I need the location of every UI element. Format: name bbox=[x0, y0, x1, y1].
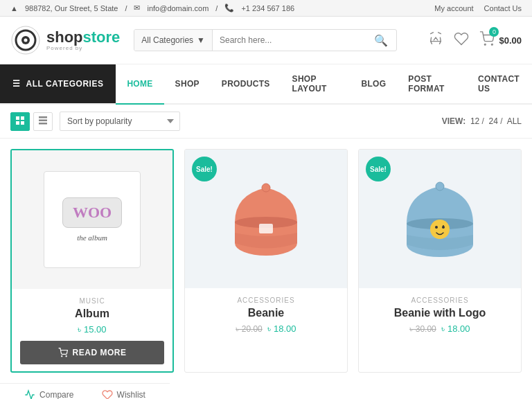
svg-rect-9 bbox=[21, 121, 24, 125]
product-image-beanie: Sale! bbox=[185, 150, 347, 288]
nav-item-shop-layout[interactable]: SHOP LAYOUT bbox=[281, 64, 351, 105]
nav-item-blog[interactable]: BLOG bbox=[350, 64, 397, 105]
product-category-beanie: ACCESSORIES bbox=[193, 296, 339, 304]
svg-point-17 bbox=[262, 184, 270, 192]
svg-point-3 bbox=[24, 39, 28, 42]
sort-select[interactable]: Sort by popularity Sort by newness Sort … bbox=[60, 112, 180, 131]
search-button[interactable]: 🔍 bbox=[366, 30, 396, 51]
nav-item-products[interactable]: PRODUCTS bbox=[211, 64, 281, 105]
top-bar-left: ▲ 988782, Our Street, 5 State / ✉ info@d… bbox=[10, 3, 294, 12]
recycle-icon[interactable] bbox=[428, 31, 443, 50]
location-icon: ▲ bbox=[10, 4, 18, 12]
nav-item-home[interactable]: HOME bbox=[116, 64, 163, 105]
product-info-beanie: ACCESSORIES Beanie ৳ 20.00 ৳ 18.00 bbox=[185, 288, 347, 347]
contact-us-link[interactable]: Contact Us bbox=[484, 4, 522, 12]
sale-badge-beanie-logo: Sale! bbox=[366, 157, 391, 181]
cart-amount: $0.00 bbox=[499, 35, 522, 46]
product-card-beanie-logo: Sale! ACCESSORIES Beanie with Logo ৳ 30.… bbox=[358, 149, 522, 373]
product-info-beanie-logo: ACCESSORIES Beanie with Logo ৳ 30.00 ৳ 1… bbox=[359, 288, 521, 347]
phone-icon: 📞 bbox=[224, 3, 234, 12]
logo-name: shopstore bbox=[46, 30, 120, 45]
svg-point-25 bbox=[443, 225, 444, 227]
view-24-link[interactable]: 24 bbox=[489, 116, 498, 126]
product-price-beanie: ৳ 20.00 ৳ 18.00 bbox=[193, 323, 339, 335]
beanie-blue-illustration bbox=[395, 174, 485, 264]
grid-view-button[interactable] bbox=[10, 112, 30, 131]
cart-icon[interactable]: 0 $0.00 bbox=[479, 31, 522, 50]
bottom-actions: Compare Wishlist bbox=[0, 383, 170, 399]
compare-label: Compare bbox=[39, 390, 73, 399]
logo-sub: Powered by bbox=[46, 45, 120, 51]
logo-icon bbox=[10, 25, 41, 55]
sale-badge-beanie: Sale! bbox=[192, 157, 217, 181]
svg-point-21 bbox=[436, 182, 444, 190]
address: 988782, Our Street, 5 State bbox=[25, 4, 118, 12]
nav-links: HOME SHOP PRODUCTS SHOP LAYOUT BLOG POST… bbox=[116, 64, 532, 103]
product-image-beanie-logo: Sale! bbox=[359, 150, 521, 288]
svg-rect-11 bbox=[39, 119, 47, 121]
view-all-link[interactable]: ALL bbox=[507, 116, 522, 126]
svg-rect-18 bbox=[259, 224, 273, 233]
svg-point-14 bbox=[66, 356, 66, 357]
top-bar-right: My account Contact Us bbox=[434, 4, 522, 12]
hamburger-icon: ☰ bbox=[12, 79, 21, 89]
view-12-link[interactable]: 12 bbox=[470, 116, 479, 126]
email-icon: ✉ bbox=[134, 3, 140, 12]
divider2: / bbox=[215, 4, 218, 12]
phone: +1 234 567 186 bbox=[241, 4, 294, 12]
svg-rect-10 bbox=[39, 116, 47, 118]
compare-button[interactable]: Compare bbox=[24, 389, 73, 399]
compare-icon bbox=[24, 389, 35, 399]
svg-rect-6 bbox=[16, 116, 19, 120]
woo-sub: the album bbox=[77, 233, 107, 242]
svg-rect-8 bbox=[16, 121, 19, 125]
product-card-album: WOO the album MUSIC Album ৳ 15.00 READ M… bbox=[10, 149, 174, 373]
woo-illustration: WOO the album bbox=[44, 171, 141, 268]
view-count: VIEW: 12 / 24 / ALL bbox=[442, 116, 522, 126]
svg-point-22 bbox=[430, 220, 450, 239]
my-account-link[interactable]: My account bbox=[434, 4, 473, 12]
header: shopstore Powered by All Categories ▼ 🔍 bbox=[0, 17, 532, 64]
svg-point-13 bbox=[61, 356, 62, 357]
nav-item-shop[interactable]: SHOP bbox=[164, 64, 211, 105]
cart-add-icon bbox=[58, 348, 68, 357]
woo-label: WOO bbox=[62, 197, 122, 228]
wishlist-label: Wishlist bbox=[117, 390, 145, 399]
wishlist-icon[interactable] bbox=[454, 31, 469, 50]
all-categories-label: ALL CATEGORIES bbox=[26, 79, 104, 89]
wishlist-button[interactable]: Wishlist bbox=[102, 389, 145, 399]
nav-item-contact-us[interactable]: CONTACT US bbox=[467, 64, 532, 105]
svg-rect-12 bbox=[39, 123, 47, 125]
read-more-label: READ MORE bbox=[73, 348, 127, 357]
email-link[interactable]: info@domain.com bbox=[147, 4, 209, 12]
logo[interactable]: shopstore Powered by bbox=[10, 25, 120, 55]
header-icons: 0 $0.00 bbox=[428, 31, 522, 50]
svg-rect-7 bbox=[21, 116, 24, 120]
old-price-beanie-logo: ৳ 30.00 bbox=[409, 324, 436, 334]
view-toggle bbox=[10, 112, 53, 131]
product-category-beanie-logo: ACCESSORIES bbox=[367, 296, 513, 304]
nav-item-post-format[interactable]: POST FORMAT bbox=[397, 64, 467, 105]
search-category-label: All Categories bbox=[141, 35, 193, 45]
search-bar: All Categories ▼ 🔍 bbox=[134, 29, 397, 51]
search-category-dropdown[interactable]: All Categories ▼ bbox=[134, 30, 213, 51]
top-bar: ▲ 988782, Our Street, 5 State / ✉ info@d… bbox=[0, 0, 532, 17]
product-price-album: ৳ 15.00 bbox=[20, 324, 164, 335]
svg-point-23 bbox=[435, 226, 438, 229]
current-price-beanie-logo: ৳ 18.00 bbox=[441, 323, 470, 334]
product-name-beanie: Beanie bbox=[193, 307, 339, 319]
cart-badge: 0 bbox=[489, 27, 499, 37]
chevron-down-icon: ▼ bbox=[197, 35, 205, 45]
product-image-album: WOO the album bbox=[12, 150, 172, 289]
search-input[interactable] bbox=[213, 30, 366, 51]
products-grid: WOO the album MUSIC Album ৳ 15.00 READ M… bbox=[0, 139, 532, 383]
product-category-album: MUSIC bbox=[20, 297, 164, 305]
view-label: VIEW: bbox=[442, 116, 466, 126]
heart-icon bbox=[102, 389, 113, 399]
list-view-button[interactable] bbox=[33, 112, 53, 131]
product-info-album: MUSIC Album ৳ 15.00 READ MORE bbox=[12, 289, 172, 371]
read-more-button-album[interactable]: READ MORE bbox=[20, 341, 164, 364]
beanie-orange-illustration bbox=[224, 174, 308, 264]
navigation: ☰ ALL CATEGORIES HOME SHOP PRODUCTS SHOP… bbox=[0, 64, 532, 105]
all-categories-button[interactable]: ☰ ALL CATEGORIES bbox=[0, 64, 116, 103]
